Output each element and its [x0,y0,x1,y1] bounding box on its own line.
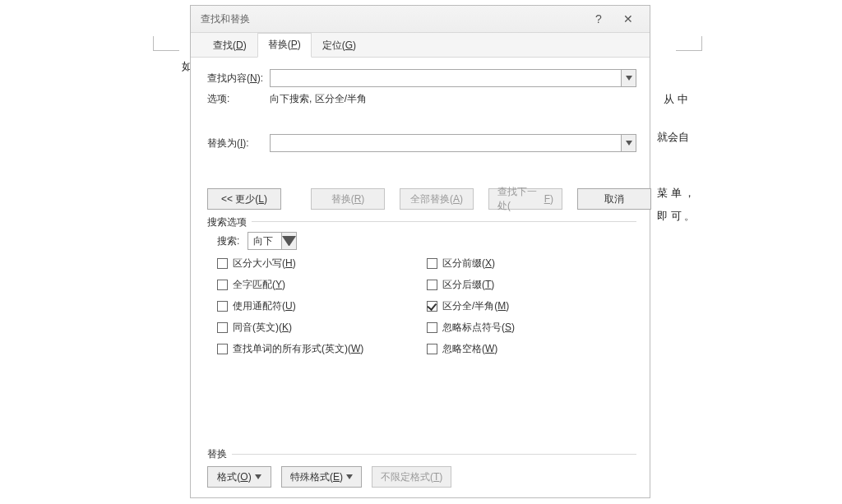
help-button[interactable]: ? [584,9,613,29]
dialog-titlebar[interactable]: 查找和替换 ? ✕ [191,6,650,33]
close-button[interactable]: ✕ [613,9,643,29]
tab-replace[interactable]: 替换(P) [257,33,312,58]
find-next-button[interactable]: 查找下一处(F) [488,188,562,210]
search-options-legend: 搜索选项 [207,215,252,229]
suffix-checkbox[interactable]: 区分后缀(T) [427,278,636,292]
find-replace-dialog: 查找和替换 ? ✕ 查找(D) 替换(P) 定位(G) 查找内容(N): 选项:… [190,5,650,498]
ignore-space-checkbox[interactable]: 忽略空格(W) [427,342,636,356]
options-value: 向下搜索, 区分全/半角 [270,92,367,106]
replace-format-section: 替换 格式(O) 特殊格式(E) 不限定格式(T) [207,454,636,488]
special-format-button[interactable]: 特殊格式(E) [281,466,362,488]
search-direction-select[interactable]: 向下 [248,232,297,250]
replace-with-dropdown[interactable] [621,135,636,151]
ignore-punct-checkbox[interactable]: 忽略标点符号(S) [427,321,636,335]
less-button[interactable]: << 更少(L) [207,188,281,210]
replace-format-legend: 替换 [207,447,232,461]
find-content-input[interactable] [270,69,636,87]
search-direction-value: 向下 [248,234,281,248]
search-direction-label: 搜索: [217,234,239,248]
dialog-tabs: 查找(D) 替换(P) 定位(G) [191,33,650,58]
replace-with-field[interactable] [271,135,621,151]
cancel-button[interactable]: 取消 [577,188,651,210]
no-format-button[interactable]: 不限定格式(T) [372,466,451,488]
replace-with-label: 替换为(I): [207,136,270,150]
replace-button[interactable]: 替换(R) [311,188,385,210]
find-content-dropdown[interactable] [621,70,636,86]
whole-word-checkbox[interactable]: 全字匹配(Y) [217,278,427,292]
options-label: 选项: [207,92,270,106]
match-case-checkbox[interactable]: 区分大小写(H) [217,257,427,270]
replace-all-button[interactable]: 全部替换(A) [400,188,474,210]
sounds-like-checkbox[interactable]: 同音(英文)(K) [217,321,427,335]
tab-goto[interactable]: 定位(G) [312,34,367,58]
search-options-fieldset: 搜索选项 搜索: 向下 区分大小写(H) 全字匹配(Y) 使用通配符(U) 同音… [207,221,636,359]
replace-with-input[interactable] [270,134,636,152]
dialog-title: 查找和替换 [201,12,584,26]
form-area: 查找内容(N): 选项: 向下搜索, 区分全/半角 替换为(I): [191,58,650,180]
wildcards-checkbox[interactable]: 使用通配符(U) [217,299,427,313]
format-button[interactable]: 格式(O) [207,466,271,488]
all-forms-checkbox[interactable]: 查找单词的所有形式(英文)(W) [217,342,427,356]
page-corner-top-left [153,36,179,51]
find-content-label: 查找内容(N): [207,72,270,86]
prefix-checkbox[interactable]: 区分前缀(X) [427,257,636,270]
page-corner-top-right [676,36,702,51]
full-half-width-checkbox[interactable]: 区分全/半角(M) [427,299,636,313]
tab-find[interactable]: 查找(D) [202,34,257,58]
find-content-field[interactable] [271,70,621,86]
action-buttons-row: << 更少(L) 替换(R) 全部替换(A) 查找下一处(F) 取消 [191,180,650,216]
chevron-down-icon[interactable] [281,233,296,249]
